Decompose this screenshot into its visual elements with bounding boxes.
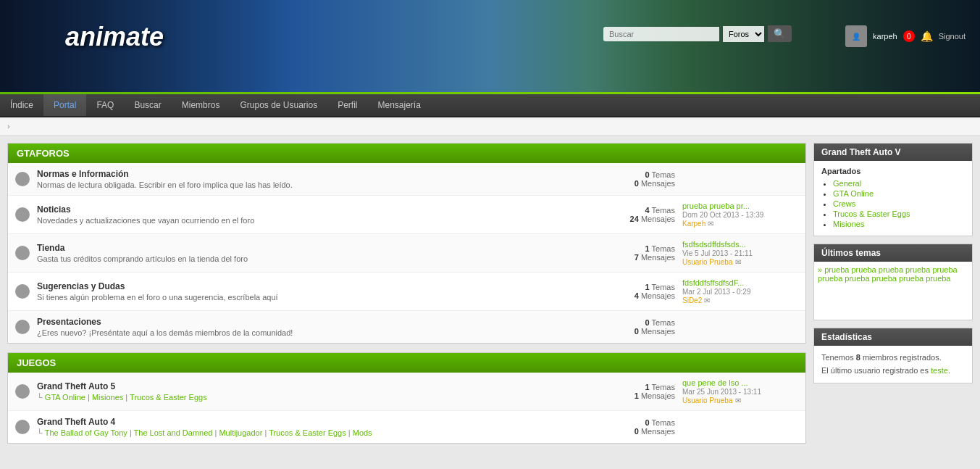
last-user-link[interactable]: teste	[931, 366, 948, 375]
apartado-trucos-link[interactable]: Trucos & Easter Eggs	[833, 209, 910, 218]
forum-status-icon	[15, 284, 30, 299]
forum-status-icon	[15, 320, 30, 334]
sidebar-ultimos-header: Últimos temas	[814, 244, 972, 262]
forum-info: Presentaciones ¿Eres nuevo? ¡Preséntate …	[37, 317, 610, 337]
forum-last-post: que pene de lso ... Mar 25 Jun 2013 - 13…	[682, 378, 798, 404]
last-post-user[interactable]: Usuario Prueba	[682, 397, 732, 404]
subcat-link-trucos4[interactable]: Trucos & Easter Eggs	[269, 428, 346, 437]
sidebar-apartados-list: General GTA Online Crews Trucos & Easter…	[821, 179, 965, 228]
subcat-link-ballad[interactable]: The Ballad of Gay Tony	[45, 428, 127, 437]
forum-title-link[interactable]: Grand Theft Auto 4	[37, 417, 115, 427]
nav-miembros[interactable]: Miembros	[172, 94, 230, 116]
sidebar-stats-block: Estadísticas Tenemos 8 miembros registra…	[813, 328, 973, 383]
subcat-link-lost[interactable]: The Lost and Damned	[134, 428, 213, 437]
gtaforos-section: GTAFOROS Normas e Información Normas de …	[7, 143, 806, 344]
nav-buscar[interactable]: Buscar	[124, 94, 171, 116]
forum-stats: 0 Temas 0 Mensajes	[610, 418, 675, 436]
sidebar-stats-header: Estadísticas	[814, 328, 972, 346]
latest-topic-link[interactable]: » prueba prueba prueba prueba prueba pru…	[818, 265, 958, 283]
section-gtaforos-header: GTAFOROS	[8, 144, 805, 163]
nav-mensajeria[interactable]: Mensajería	[368, 94, 431, 116]
forum-stats: 0 Temas 0 Mensajes	[610, 170, 675, 188]
stats-members-line: Tenemos 8 miembros registrados.	[821, 352, 965, 365]
username-display[interactable]: karpeh	[873, 32, 897, 41]
last-post-user[interactable]: SiDe2	[682, 296, 702, 304]
apartado-gtaonline-link[interactable]: GTA Online	[833, 189, 874, 198]
user-icon: ✉	[704, 296, 710, 304]
bell-icon[interactable]: 🔔	[921, 30, 933, 42]
sidebar-gtav-block: Grand Theft Auto V Apartados General GTA…	[813, 143, 973, 236]
sidebar-apartados-title: Apartados	[821, 167, 965, 175]
last-post-user[interactable]: Usuario Prueba	[682, 258, 732, 266]
forum-stats: 1 Temas 7 Mensajes	[610, 244, 675, 262]
apartado-general-link[interactable]: General	[833, 179, 861, 188]
forum-row-gta5: Grand Theft Auto 5 └ GTA Online | Mision…	[8, 373, 805, 411]
subcat-link-multi[interactable]: Multijugador	[219, 428, 262, 437]
forum-last-post: prueba prueba pr... Dom 20 Oct 2013 - 13…	[682, 202, 798, 228]
nav-portal[interactable]: Portal	[43, 94, 86, 116]
subcat-link-misiones[interactable]: Misiones	[92, 393, 123, 402]
signout-label[interactable]: Signout	[939, 32, 966, 41]
nav-indice[interactable]: Índice	[0, 94, 43, 116]
forum-info: Grand Theft Auto 5 └ GTA Online | Mision…	[37, 381, 610, 402]
forum-title-link[interactable]: Sugerencias y Dudas	[37, 281, 125, 291]
forum-info: Tienda Gasta tus créditos comprando artí…	[37, 243, 610, 263]
section-juegos-header: JUEGOS	[8, 353, 805, 373]
nav-faq[interactable]: FAQ	[86, 94, 124, 116]
search-button[interactable]: 🔍	[768, 25, 792, 42]
forum-stats: 4 Temas 24 Mensajes	[610, 206, 675, 223]
forum-stats: 0 Temas 0 Mensajes	[610, 318, 675, 336]
list-item: Crews	[833, 199, 965, 208]
forum-info: Grand Theft Auto 4 └ The Ballad of Gay T…	[37, 417, 610, 437]
forum-title-link[interactable]: Tienda	[37, 243, 64, 253]
site-logo: animate	[65, 22, 164, 52]
forum-title-link[interactable]: Normas e Información	[37, 169, 129, 179]
forum-info: Sugerencias y Dudas Si tienes algún prob…	[37, 281, 610, 302]
forum-title-link[interactable]: Presentaciones	[37, 317, 101, 327]
last-post-link[interactable]: fdsfddfsffsdfsdF...	[682, 278, 744, 287]
list-item: GTA Online	[833, 189, 965, 198]
last-post-link[interactable]: que pene de lso ...	[682, 378, 748, 387]
subcat-link-gta-online[interactable]: GTA Online	[45, 393, 85, 402]
last-post-user[interactable]: Karpeh	[682, 220, 705, 228]
apartado-crews-link[interactable]: Crews	[833, 199, 855, 208]
sidebar-ultimos-content: » prueba prueba prueba prueba prueba pru…	[814, 262, 972, 320]
user-area: 👤 karpeh 0 🔔 Signout	[845, 25, 966, 47]
last-post-date: Vie 5 Jul 2013 - 21:11	[682, 249, 753, 257]
main-nav: Índice Portal FAQ Buscar Miembros Grupos…	[0, 94, 980, 117]
search-bar[interactable]: Foros 🔍	[603, 25, 792, 42]
breadcrumb: ›	[0, 117, 980, 136]
forum-title-link[interactable]: Grand Theft Auto 5	[37, 381, 115, 391]
site-header: animate Foros 🔍 👤 karpeh 0 🔔 Signout	[0, 0, 980, 94]
subcat-link-mods[interactable]: Mods	[353, 428, 372, 437]
nav-grupos[interactable]: Grupos de Usuarios	[230, 94, 327, 116]
forum-status-icon	[15, 207, 30, 222]
notification-badge[interactable]: 0	[903, 30, 915, 42]
apartado-misiones-link[interactable]: Misiones	[833, 220, 864, 228]
search-input[interactable]	[603, 27, 719, 41]
forum-status-icon	[15, 246, 30, 260]
last-post-link[interactable]: prueba prueba pr...	[682, 202, 750, 210]
avatar[interactable]: 👤	[845, 25, 867, 47]
subcat-link-trucos[interactable]: Trucos & Easter Eggs	[130, 393, 207, 402]
main-content: GTAFOROS Normas e Información Normas de …	[7, 143, 806, 452]
search-scope-select[interactable]: Foros	[723, 26, 764, 42]
forum-subcats: └ GTA Online | Misiones | Trucos & Easte…	[37, 393, 610, 402]
forum-row-presentaciones: Presentaciones ¿Eres nuevo? ¡Preséntate …	[8, 311, 805, 343]
forum-title-link[interactable]: Noticias	[37, 204, 71, 215]
list-item: General	[833, 179, 965, 188]
forum-info: Noticias Novedades y actualizaciones que…	[37, 204, 610, 225]
last-post-date: Mar 2 Jul 2013 - 0:29	[682, 288, 751, 296]
nav-perfil[interactable]: Perfil	[327, 94, 367, 116]
last-post-link[interactable]: fsdfsdsdffdsfsds...	[682, 240, 746, 249]
sidebar-gtav-header: Grand Theft Auto V	[814, 144, 972, 161]
sidebar-ultimos-block: Últimos temas » prueba prueba prueba pru…	[813, 244, 973, 320]
forum-desc: Normas de lectura obligada. Escribir en …	[37, 180, 610, 189]
forum-subcats: └ The Ballad of Gay Tony | The Lost and …	[37, 428, 610, 437]
last-post-date: Dom 20 Oct 2013 - 13:39	[682, 211, 763, 219]
forum-status-icon	[15, 420, 30, 434]
forum-last-post: fdsfddfsffsdfsdF... Mar 2 Jul 2013 - 0:2…	[682, 278, 798, 304]
user-icon: ✉	[708, 220, 713, 228]
forum-desc: Novedades y actualizaciones que vayan oc…	[37, 216, 610, 225]
forum-last-post: fsdfsdsdffdsfsds... Vie 5 Jul 2013 - 21:…	[682, 240, 798, 266]
